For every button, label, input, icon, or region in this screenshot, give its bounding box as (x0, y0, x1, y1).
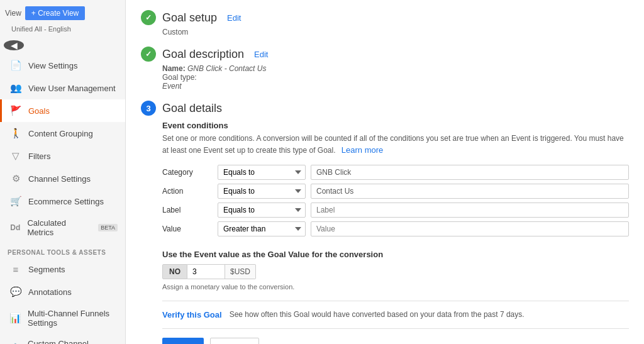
cond-label-label: Label (162, 202, 213, 218)
sidebar-item-filters[interactable]: ▽ Filters (0, 145, 125, 167)
step2-circle: ✓ (141, 47, 156, 62)
sidebar: View + Create View Unified All - English… (0, 0, 126, 344)
sidebar-item-annotations[interactable]: 💬 Annotations (0, 280, 125, 303)
sidebar-item-calculated-metrics[interactable]: Dd Calculated Metrics BETA (0, 213, 125, 243)
cond-select-value[interactable]: Greater than Equals to (218, 221, 306, 236)
conditions-table: Category Equals to Contains Begins with … (162, 164, 629, 237)
divider (162, 301, 629, 301)
step1-subtitle: Custom (162, 28, 629, 36)
step1-edit-link[interactable]: Edit (227, 13, 241, 23)
step2-title: Goal description (162, 48, 244, 61)
content-grouping-icon: 🚶 (9, 128, 22, 139)
sidebar-item-label: Content Grouping (28, 129, 93, 138)
calc-metrics-icon: Dd (9, 223, 21, 232)
ecommerce-icon: 🛒 (9, 196, 22, 207)
sidebar-item-label: Segments (28, 265, 65, 274)
step3-section: 3 Goal details Event conditions Set one … (141, 101, 629, 344)
multi-channel-icon: 📊 (9, 313, 21, 324)
sidebar-item-view-settings[interactable]: 📄 View Settings (0, 54, 125, 77)
sidebar-item-segments[interactable]: ≡ Segments (0, 258, 125, 280)
beta-badge: BETA (98, 224, 118, 231)
goals-icon: 🚩 (9, 105, 22, 116)
step3-circle: 3 (141, 101, 156, 116)
cond-select-category[interactable]: Equals to Contains Begins with Regular e… (218, 165, 306, 180)
sidebar-item-label: Multi-Channel Funnels Settings (28, 309, 118, 328)
action-buttons: Save Cancel (162, 338, 629, 345)
assign-note: Assign a monetary value to the conversio… (162, 283, 629, 291)
sidebar-item-multi-channel[interactable]: 📊 Multi-Channel Funnels Settings (0, 303, 125, 333)
cond-label-value: Value (162, 221, 213, 237)
step2-header: ✓ Goal description Edit (141, 47, 629, 62)
step2-type-row: Goal type: Event (162, 73, 629, 91)
view-settings-icon: 📄 (9, 60, 22, 71)
segments-icon: ≡ (9, 264, 22, 275)
sidebar-item-ecommerce-settings[interactable]: 🛒 Ecommerce Settings (0, 190, 125, 213)
cond-input-label[interactable] (311, 203, 629, 218)
goal-value-input[interactable] (187, 264, 225, 279)
step1-section: ✓ Goal setup Edit Custom (141, 10, 629, 36)
sidebar-top: View + Create View Unified All - English (0, 0, 125, 36)
toggle-row: NO $USD (162, 264, 629, 279)
step2-name-value: GNB Click - Contact Us (187, 64, 266, 73)
view-label: View (5, 9, 21, 18)
cond-input-category[interactable] (311, 165, 629, 180)
step1-meta: Custom (162, 28, 629, 36)
step1-circle: ✓ (141, 10, 156, 25)
personal-section-label: Personal Tools & Assets (0, 243, 125, 258)
cancel-button-inline[interactable]: Cancel (210, 338, 259, 345)
annotations-icon: 💬 (9, 286, 22, 297)
step2-type-label: Goal type: (162, 73, 629, 82)
sidebar-item-label: Filters (28, 152, 50, 161)
sidebar-item-channel-settings[interactable]: ⚙ Channel Settings (0, 167, 125, 190)
user-management-icon: 👥 (9, 82, 22, 94)
sidebar-item-view-user-management[interactable]: 👥 View User Management (0, 77, 125, 99)
verify-desc: See how often this Goal would have conve… (230, 310, 525, 319)
channel-settings-icon: ⚙ (9, 173, 22, 184)
learn-more-link[interactable]: Learn more (341, 145, 383, 155)
goal-value-label: Use the Event value as the Goal Value fo… (162, 250, 629, 259)
sidebar-item-label: View User Management (28, 84, 116, 93)
main-content: ✓ Goal setup Edit Custom ✓ Goal descript… (126, 0, 644, 344)
step1-header: ✓ Goal setup Edit (141, 10, 629, 25)
step1-title: Goal setup (162, 11, 217, 25)
sidebar-item-label: View Settings (28, 61, 78, 70)
event-desc: Set one or more conditions. A conversion… (162, 133, 629, 157)
step3-title: Goal details (162, 102, 222, 115)
cond-select-action[interactable]: Equals to Contains (218, 184, 306, 199)
step2-type-value: Event (162, 82, 182, 91)
cond-label-action: Action (162, 183, 213, 199)
step2-edit-link[interactable]: Edit (254, 50, 268, 59)
sidebar-item-custom-channel[interactable]: 📋 Custom Channel Grouping BETA (0, 333, 125, 344)
verify-goal-link[interactable]: Verify this Goal (162, 310, 222, 319)
step2-name-row: Name: GNB Click - Contact Us (162, 64, 629, 73)
step2-section: ✓ Goal description Edit Name: GNB Click … (141, 47, 629, 91)
cond-select-label[interactable]: Equals to Contains (218, 203, 306, 218)
currency-label: $USD (225, 264, 256, 279)
sidebar-item-label: Goals (28, 106, 50, 116)
create-view-button[interactable]: + Create View (25, 6, 86, 20)
divider-2 (162, 328, 629, 329)
back-button[interactable]: ◀ (4, 40, 24, 50)
event-conditions-title: Event conditions (162, 121, 629, 130)
step2-name-label: Name: (162, 64, 186, 73)
goal-details: Event conditions Set one or more conditi… (162, 121, 629, 344)
sidebar-item-label: Annotations (28, 287, 72, 297)
cond-input-action[interactable] (311, 184, 629, 199)
toggle-no-button[interactable]: NO (162, 264, 187, 279)
step2-meta: Name: GNB Click - Contact Us Goal type: … (162, 64, 629, 91)
unified-label: Unified All - English (5, 23, 120, 36)
event-desc-text: Set one or more conditions. A conversion… (162, 134, 624, 155)
sidebar-item-label: Calculated Metrics (27, 218, 89, 237)
sidebar-item-label: Custom Channel Grouping (28, 339, 89, 344)
save-button[interactable]: Save (162, 338, 204, 345)
sidebar-item-goals[interactable]: 🚩 Goals (0, 99, 125, 122)
sidebar-item-label: Ecommerce Settings (28, 197, 104, 206)
step3-header: 3 Goal details (141, 101, 629, 116)
cond-label-category: Category (162, 164, 213, 180)
view-row: View + Create View (5, 4, 120, 23)
sidebar-item-content-grouping[interactable]: 🚶 Content Grouping (0, 122, 125, 145)
goal-value-section: Use the Event value as the Goal Value fo… (162, 250, 629, 291)
cond-input-value[interactable] (311, 221, 629, 236)
filters-icon: ▽ (9, 150, 22, 162)
sidebar-item-label: Channel Settings (28, 174, 91, 184)
